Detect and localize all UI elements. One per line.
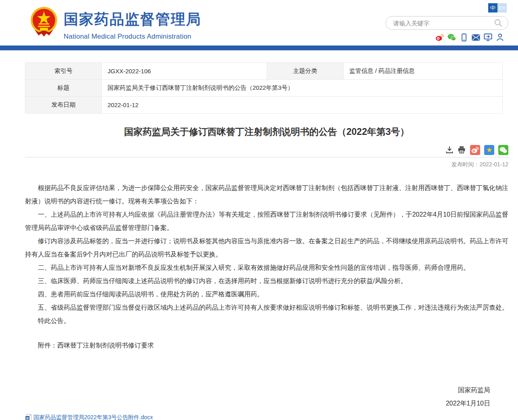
word-doc-icon: W — [25, 414, 32, 420]
weibo-icon[interactable] — [435, 33, 444, 41]
paragraph: 五、省级药品监督管理部门应当督促行政区域内上述药品的药品上市许可持有人按要求做好… — [25, 301, 508, 314]
mobile-icon[interactable] — [460, 33, 468, 41]
meta-value-category: 监管信息 / 药品注册信息 — [344, 63, 503, 80]
meta-value-date: 2022-01-12 — [102, 97, 503, 114]
share-wechat-button[interactable] — [498, 145, 508, 155]
meta-label-category: 主题分类 — [267, 63, 344, 80]
search-input[interactable] — [393, 20, 493, 27]
main-content: 索引号 JGXX-2022-106 主题分类 监管信息 / 药品注册信息 标题 … — [25, 62, 508, 420]
national-emblem-logo — [30, 5, 58, 40]
paragraph: 三、临床医师、药师应当仔细阅读上述药品说明书的修订内容，在选择用药时，应当根据新… — [25, 274, 508, 288]
header-divider-bar — [0, 46, 518, 50]
meta-label-title: 标题 — [25, 80, 102, 97]
signature-date: 2022年1月10日 — [25, 397, 490, 410]
site-search — [385, 16, 508, 30]
lang-en-button[interactable]: En — [497, 3, 507, 12]
paragraph: 四、患者用药前应当仔细阅读药品说明书，使用处方药的，应严格遵医嘱用药。 — [25, 288, 508, 301]
wechat-icon[interactable] — [448, 33, 456, 41]
document-meta-table: 索引号 JGXX-2022-106 主题分类 监管信息 / 药品注册信息 标题 … — [25, 62, 503, 114]
article-body: 根据药品不良反应评估结果，为进一步保障公众用药安全，国家药品监督管理局决定对西咪… — [25, 181, 508, 352]
meta-label-index: 索引号 — [25, 63, 102, 80]
table-row: 发布日期 2022-01-12 — [25, 97, 503, 114]
title-divider — [25, 157, 508, 157]
lang-zh-button[interactable]: 中 — [488, 3, 497, 12]
monitor-icon[interactable] — [484, 33, 492, 41]
language-toggle: 中 En — [488, 3, 507, 12]
article-toolbar: ★ — [25, 145, 508, 155]
attachment-download-link[interactable]: 国家药品监督管理局2022年第3号公告附件.docx — [33, 414, 153, 420]
attachment-note: 附件：西咪替丁注射制剂说明书修订要求 — [25, 339, 508, 352]
table-row: 索引号 JGXX-2022-106 主题分类 监管信息 / 药品注册信息 — [25, 63, 503, 80]
attachment-link-row: W 国家药品监督管理局2022年第3号公告附件.docx — [25, 414, 508, 420]
site-title-en: National Medical Products Administration — [64, 33, 201, 41]
signature-agency: 国家药监局 — [25, 383, 490, 397]
site-title-zh: 国家药品监督管理局 — [64, 10, 201, 29]
meta-value-title: 国家药监局关于修订西咪替丁注射制剂说明书的公告（2022年第3号） — [102, 80, 503, 97]
qzone-star-icon: ★ — [486, 147, 492, 153]
print-button[interactable] — [457, 145, 466, 154]
download-button[interactable] — [445, 145, 454, 154]
publish-time: 发布时间：2022-01-12 — [25, 161, 508, 168]
paragraph: 修订内容涉及药品标签的，应当一并进行修订；说明书及标签其他内容应当与原批准内容一… — [25, 234, 508, 261]
svg-text:W: W — [26, 416, 29, 420]
meta-value-index: JGXX-2022-106 — [102, 63, 267, 80]
person-icon[interactable] — [496, 33, 504, 41]
paragraph: 特此公告。 — [25, 314, 508, 327]
paragraph: 二、药品上市许可持有人应当对新增不良反应发生机制开展深入研究，采取有效措施做好药… — [25, 261, 508, 274]
share-qzone-button[interactable]: ★ — [484, 145, 494, 155]
signature-block: 国家药监局 2022年1月10日 — [25, 383, 508, 410]
mail-icon[interactable] — [472, 33, 480, 41]
table-row: 标题 国家药监局关于修订西咪替丁注射制剂说明书的公告（2022年第3号） — [25, 80, 503, 97]
page-title: 国家药监局关于修订西咪替丁注射制剂说明书的公告（2022年第3号） — [25, 126, 508, 138]
paragraph: 一、上述药品的上市许可持有人均应依据《药品注册管理办法》等有关规定，按照西咪替丁… — [25, 208, 508, 234]
site-header: 国家药品监督管理局 National Medical Products Admi… — [0, 0, 518, 46]
share-weibo-button[interactable] — [470, 145, 480, 155]
search-icon[interactable] — [493, 18, 503, 28]
meta-label-date: 发布日期 — [25, 97, 102, 114]
header-social-links — [435, 33, 504, 41]
paragraph: 根据药品不良反应评估结果，为进一步保障公众用药安全，国家药品监督管理局决定对西咪… — [25, 181, 508, 208]
